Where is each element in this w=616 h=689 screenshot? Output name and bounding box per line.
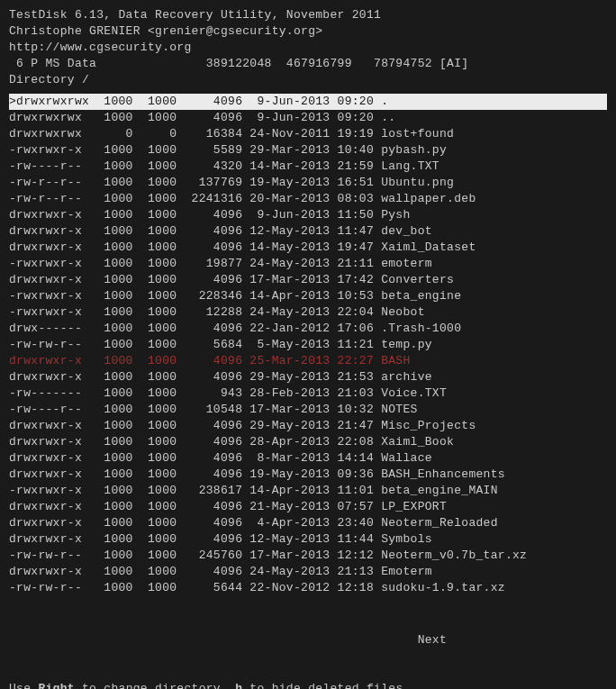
file-row[interactable]: drwxrwxr-x 1000 1000 4096 9-Jun-2013 11:…: [9, 207, 607, 223]
file-row[interactable]: -rwxrwxr-x 1000 1000 228346 14-Apr-2013 …: [9, 288, 607, 304]
file-row[interactable]: >drwxrwxrwx 1000 1000 4096 9-Jun-2013 09…: [9, 94, 607, 110]
file-row[interactable]: drwxrwxr-x 1000 1000 4096 12-May-2013 11…: [9, 223, 607, 240]
file-row[interactable]: drwxrwxr-x 1000 1000 4096 24-May-2013 21…: [9, 564, 607, 580]
file-row[interactable]: drwxrwxr-x 1000 1000 4096 8-Mar-2013 14:…: [9, 450, 607, 467]
file-row[interactable]: -rw-rw-r-- 1000 1000 5684 5-May-2013 11:…: [9, 337, 607, 353]
app-title: TestDisk 6.13, Data Recovery Utility, No…: [9, 7, 607, 23]
file-row[interactable]: -rwxrwxr-x 1000 1000 5589 29-Mar-2013 10…: [9, 142, 607, 159]
file-row[interactable]: -rw------- 1000 1000 943 28-Feb-2013 21:…: [9, 385, 607, 402]
file-row[interactable]: -rwxrwxr-x 1000 1000 238617 14-Apr-2013 …: [9, 483, 607, 499]
file-listing[interactable]: >drwxrwxrwx 1000 1000 4096 9-Jun-2013 09…: [9, 94, 607, 596]
file-row[interactable]: drwxrwxrwx 1000 1000 4096 9-Jun-2013 09:…: [9, 110, 607, 126]
file-row[interactable]: drwxrwxr-x 1000 1000 4096 19-May-2013 09…: [9, 467, 607, 483]
partition-line: 6 P MS Data 389122048 467916799 78794752…: [9, 56, 607, 72]
author-line: Christophe GRENIER <grenier@cgsecurity.o…: [9, 23, 607, 40]
file-row[interactable]: drwxrwxr-x 1000 1000 4096 12-May-2013 11…: [9, 531, 607, 548]
file-row[interactable]: -rw-r--r-- 1000 1000 137769 19-May-2013 …: [9, 175, 607, 191]
file-row[interactable]: -rwxrwxr-x 1000 1000 12288 24-May-2013 2…: [9, 304, 607, 321]
help-footer: Next Use Right to change directory, h to…: [9, 600, 607, 689]
file-row[interactable]: drwxrwxrwx 0 0 16384 24-Nov-2011 19:19 l…: [9, 126, 607, 142]
directory-line: Directory /: [9, 72, 607, 88]
url-line: http://www.cgsecurity.org: [9, 40, 607, 56]
file-row[interactable]: drwxrwxr-x 1000 1000 4096 25-Mar-2013 22…: [9, 353, 607, 369]
file-row[interactable]: drwxrwxr-x 1000 1000 4096 21-May-2013 07…: [9, 499, 607, 515]
file-row[interactable]: -rw----r-- 1000 1000 10548 17-Mar-2013 1…: [9, 402, 607, 418]
file-row[interactable]: drwxrwxr-x 1000 1000 4096 28-Apr-2013 22…: [9, 434, 607, 450]
file-row[interactable]: -rwxrwxr-x 1000 1000 19877 24-May-2013 2…: [9, 256, 607, 272]
file-row[interactable]: drwx------ 1000 1000 4096 22-Jan-2012 17…: [9, 321, 607, 337]
pager-next[interactable]: Next: [9, 632, 607, 648]
file-row[interactable]: -rw-rw-r-- 1000 1000 245760 17-Mar-2013 …: [9, 548, 607, 564]
file-row[interactable]: -rw----r-- 1000 1000 4320 14-Mar-2013 21…: [9, 159, 607, 175]
file-row[interactable]: drwxrwxr-x 1000 1000 4096 29-May-2013 21…: [9, 369, 607, 385]
file-row[interactable]: drwxrwxr-x 1000 1000 4096 17-Mar-2013 17…: [9, 272, 607, 288]
file-row[interactable]: drwxrwxr-x 1000 1000 4096 4-Apr-2013 23:…: [9, 515, 607, 531]
file-row[interactable]: -rw-r--r-- 1000 1000 2241316 20-Mar-2013…: [9, 191, 607, 207]
file-row[interactable]: drwxrwxr-x 1000 1000 4096 29-May-2013 21…: [9, 418, 607, 434]
file-row[interactable]: -rw-rw-r-- 1000 1000 5644 22-Nov-2012 12…: [9, 580, 607, 596]
help-line-1: Use Right to change directory, h to hide…: [9, 681, 607, 689]
file-row[interactable]: drwxrwxr-x 1000 1000 4096 14-May-2013 19…: [9, 240, 607, 256]
